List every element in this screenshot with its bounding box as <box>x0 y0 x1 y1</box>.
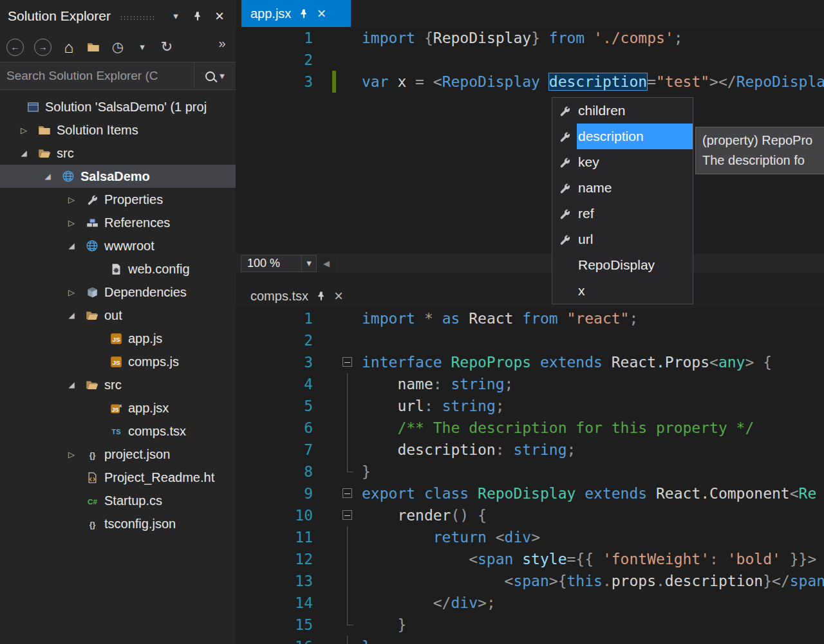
completion-item-ref[interactable]: ref <box>552 201 693 226</box>
tree-item-src[interactable]: src <box>0 373 236 396</box>
search-icon[interactable] <box>205 71 215 81</box>
pin-icon[interactable] <box>299 8 309 19</box>
tree-item-comps-tsx[interactable]: TScomps.tsx <box>0 419 236 443</box>
code-token: React.Component <box>647 485 790 502</box>
config-file-icon <box>106 263 126 275</box>
home-icon[interactable] <box>62 37 76 57</box>
fold-collapse-icon[interactable] <box>342 357 352 367</box>
tree-item-dependencies[interactable]: Dependencies <box>0 281 236 304</box>
back-icon[interactable] <box>6 39 24 56</box>
tree-item-src[interactable]: src <box>0 142 236 165</box>
tree-item-startup-cs[interactable]: C#Startup.cs <box>0 489 236 512</box>
code-line[interactable]: 8} <box>236 461 824 483</box>
code-line[interactable]: 14 </div>; <box>236 592 824 614</box>
completion-item-children[interactable]: children <box>552 98 693 124</box>
tab-app-jsx[interactable]: app.jsx <box>241 0 351 27</box>
code-token: RepoDisplay <box>469 485 585 502</box>
folder-icon[interactable] <box>86 37 100 57</box>
pin-icon[interactable] <box>189 8 206 24</box>
code-token: < <box>709 354 718 371</box>
line-number: 8 <box>236 461 326 483</box>
tree-item-comps-js[interactable]: JScomps.js <box>0 350 236 373</box>
tree-item-tsconfig-json[interactable]: {}tsconfig.json <box>0 512 236 535</box>
code-token: : <box>433 376 451 392</box>
pending-changes-icon[interactable] <box>111 37 125 57</box>
tree-item-wwwroot[interactable]: wwwroot <box>0 234 236 257</box>
code-line[interactable]: 9export class RepoDisplay extends React.… <box>236 483 824 504</box>
code-line[interactable]: 3var x = <RepoDisplay description="test"… <box>236 71 824 93</box>
close-icon[interactable] <box>334 288 343 304</box>
intellisense-popup: childrendescriptionkeynamerefurlRepoDisp… <box>552 97 693 304</box>
code-line[interactable]: 3interface RepoProps extends React.Props… <box>236 351 824 373</box>
expander-arrow-icon[interactable] <box>61 241 82 250</box>
window-position-icon[interactable] <box>167 8 184 24</box>
tree-item-solution-items[interactable]: Solution Items <box>0 118 236 142</box>
tree-item-project-readme-ht[interactable]: Project_Readme.ht <box>0 466 236 489</box>
completion-item-x[interactable]: x <box>552 278 693 304</box>
wrench-icon <box>82 194 102 206</box>
completion-item-description[interactable]: description <box>552 124 693 149</box>
tree-item-app-jsx[interactable]: JSxapp.jsx <box>0 396 236 419</box>
expander-arrow-icon[interactable] <box>61 311 82 320</box>
expander-arrow-icon[interactable] <box>61 288 82 297</box>
line-number: 1 <box>236 27 326 49</box>
tree-item-properties[interactable]: Properties <box>0 188 236 211</box>
code-line[interactable]: 2 <box>236 329 824 351</box>
close-icon[interactable] <box>211 8 228 24</box>
tree-item-references[interactable]: References <box>0 211 236 234</box>
zoom-select[interactable]: 100 % <box>241 255 317 272</box>
tab-comps-tsx[interactable]: comps.tsx <box>241 284 352 308</box>
completion-item-key[interactable]: key <box>552 149 693 175</box>
property-wrench-icon <box>552 124 577 149</box>
code-line[interactable]: 6 /** The description for this property … <box>236 417 824 439</box>
scroll-left-icon[interactable] <box>317 257 336 269</box>
code-line[interactable]: 13 <span>{this.props.description}</span> <box>236 570 824 592</box>
tree-item-salsademo[interactable]: SalsaDemo <box>0 165 236 188</box>
code-line[interactable]: 11 return <div> <box>236 526 824 548</box>
tree-item-project-json[interactable]: {}project.json <box>0 443 236 466</box>
code-line[interactable]: 5 url: string; <box>236 395 824 417</box>
expander-arrow-icon[interactable] <box>61 195 82 205</box>
completion-item-url[interactable]: url <box>552 226 693 252</box>
expander-arrow-icon[interactable] <box>37 172 59 181</box>
expander-arrow-icon[interactable] <box>61 450 82 459</box>
sync-icon[interactable] <box>160 37 174 57</box>
tree-item-solution-salsademo-1-proj[interactable]: Solution 'SalsaDemo' (1 proj <box>0 95 236 118</box>
tree-item-web-config[interactable]: web.config <box>0 257 236 281</box>
pin-icon[interactable] <box>316 291 326 301</box>
fold-collapse-icon[interactable] <box>342 510 352 520</box>
search-dropdown-icon[interactable] <box>220 70 225 82</box>
code-line[interactable]: 16} <box>236 636 824 644</box>
drag-grip-icon[interactable] <box>120 15 154 20</box>
code-line[interactable]: 4 name: string; <box>236 373 824 395</box>
code-editor-comps-tsx[interactable]: 1import * as React from "react";23interf… <box>236 308 824 644</box>
code-line[interactable]: 12 <span style={{ 'fontWeight': 'bold' }… <box>236 548 824 570</box>
completion-item-repodisplay[interactable]: RepoDisplay <box>552 252 693 278</box>
overflow-chevron-icon[interactable] <box>215 33 229 53</box>
fold-collapse-icon[interactable] <box>342 488 352 498</box>
code-line[interactable]: 15 } <box>236 614 824 636</box>
folder-open-icon <box>82 309 102 322</box>
fold-guide <box>347 461 353 472</box>
tree-item-app-js[interactable]: JSapp.js <box>0 327 236 350</box>
code-line[interactable]: 1import * as React from "react"; <box>236 308 824 329</box>
expander-arrow-icon[interactable] <box>13 149 35 158</box>
expander-arrow-icon[interactable] <box>61 380 82 389</box>
code-line[interactable]: 7 description: string; <box>236 439 824 461</box>
close-icon[interactable] <box>317 6 326 22</box>
chevron-down-icon[interactable] <box>301 255 316 271</box>
expander-arrow-icon[interactable] <box>13 125 35 135</box>
code-line[interactable]: 10 render() { <box>236 504 824 526</box>
code-line[interactable]: 2 <box>236 49 824 71</box>
tree-item-out[interactable]: out <box>0 304 236 327</box>
search-input[interactable] <box>0 69 194 83</box>
expander-arrow-icon[interactable] <box>61 218 82 228</box>
folder-open-icon <box>82 378 102 391</box>
code-token: < <box>487 529 505 546</box>
completion-item-name[interactable]: name <box>552 175 693 201</box>
forward-icon[interactable] <box>34 39 52 56</box>
dropdown-icon[interactable] <box>135 37 149 57</box>
code-text: } <box>362 636 371 644</box>
code-line[interactable]: 1import {RepoDisplay} from './comps'; <box>236 27 824 49</box>
code-text: name: string; <box>362 373 513 395</box>
